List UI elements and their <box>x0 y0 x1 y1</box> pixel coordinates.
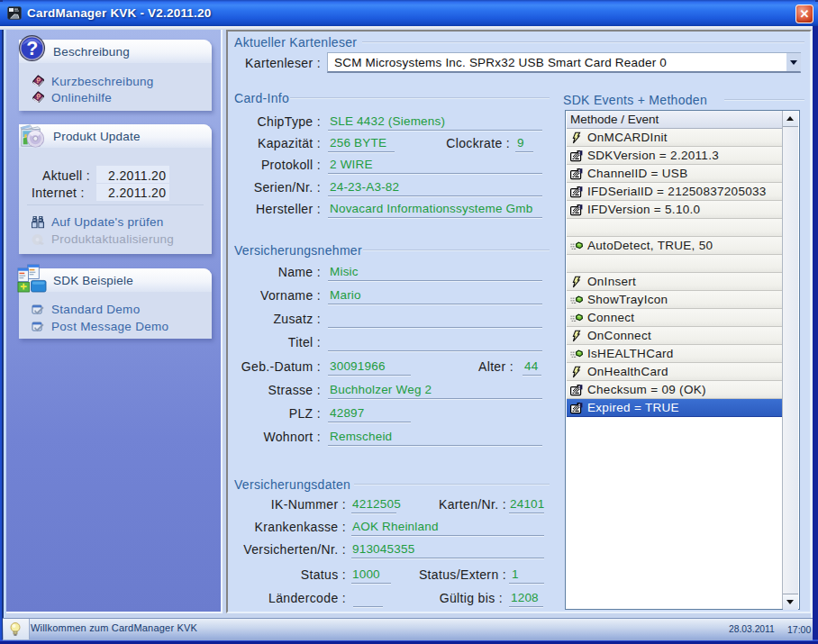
svg-text:?: ? <box>26 38 38 59</box>
